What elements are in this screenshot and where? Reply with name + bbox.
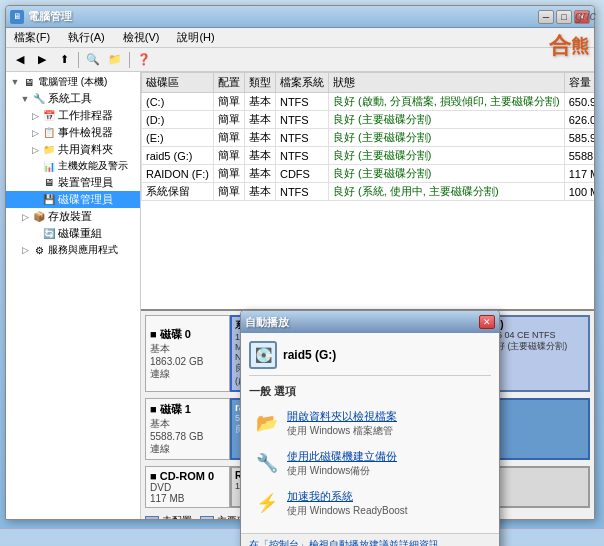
forward-button[interactable]: ▶ (32, 50, 52, 70)
cell-type: 基本 (244, 129, 275, 147)
col-header-type[interactable]: 類型 (244, 73, 275, 93)
dialog-opt-main-1: 開啟資料夾以檢視檔案 (287, 409, 487, 424)
dialog-option-3[interactable]: ⚡ 加速我的系統 使用 Windows ReadyBoost (249, 485, 491, 522)
table-row[interactable]: raid5 (G:) 簡單 基本 NTFS 良好 (主要磁碟分割) 5588.7… (142, 147, 595, 165)
cell-fs: NTFS (275, 129, 328, 147)
computer-icon: 🖥 (22, 75, 36, 89)
window-icon: 🖥 (10, 10, 24, 24)
search-button[interactable]: 🔍 (83, 50, 103, 70)
dialog-section-title: 一般 選項 (249, 384, 491, 399)
folder-open-icon: 📂 (253, 409, 281, 437)
sidebar-item-storage[interactable]: ▷ 📦 存放裝置 (6, 208, 140, 225)
toolbar-separator-2 (129, 52, 130, 68)
dialog-opt-text-1: 開啟資料夾以檢視檔案 使用 Windows 檔案總管 (287, 409, 487, 438)
dialog-opt-sub-1: 使用 Windows 檔案總管 (287, 424, 487, 438)
help-button[interactable]: ❓ (134, 50, 154, 70)
disk-label-1: ■ 磁碟 1 基本 5588.78 GB 連線 (145, 398, 230, 460)
back-button[interactable]: ◀ (10, 50, 30, 70)
table-row[interactable]: 系統保留 簡單 基本 NTFS 良好 (系統, 使用中, 主要磁碟分割) 100… (142, 183, 595, 201)
dialog-opt-text-3: 加速我的系統 使用 Windows ReadyBoost (287, 489, 487, 518)
sidebar-item-system-tools[interactable]: ▼ 🔧 系統工具 (6, 90, 140, 107)
dialog-option-2[interactable]: 🔧 使用此磁碟機建立備份 使用 Windows備份 (249, 445, 491, 482)
cell-type: 基本 (244, 93, 275, 111)
sidebar-item-label: 存放裝置 (48, 209, 92, 224)
partition-sub: 585 04 CE NTFS (487, 330, 585, 340)
dialog-option-1[interactable]: 📂 開啟資料夾以檢視檔案 使用 Windows 檔案總管 (249, 405, 491, 442)
legend-color-1 (145, 516, 159, 519)
disk1-status: 連線 (150, 442, 225, 456)
sidebar-item-label: 磁碟管理員 (58, 192, 113, 207)
table-row[interactable]: (E:) 簡單 基本 NTFS 良好 (主要磁碟分割) 585.94 GB 54… (142, 129, 595, 147)
expand-icon (30, 161, 40, 171)
cdrom-title: ■ CD-ROM 0 (150, 470, 225, 482)
sidebar-item-label: 共用資料夾 (58, 142, 113, 157)
menu-view[interactable]: 檢視(V) (119, 28, 164, 47)
defrag-icon: 🔄 (42, 227, 56, 241)
legend-color-2 (200, 516, 214, 519)
sidebar-item-device-manager[interactable]: 🖥 裝置管理員 (6, 174, 140, 191)
col-header-capacity[interactable]: 容量 (564, 73, 594, 93)
sidebar-item-services[interactable]: ▷ ⚙ 服務與應用程式 (6, 242, 140, 258)
table-row[interactable]: RAIDON (F:) 簡單 基本 CDFS 良好 (主要磁碟分割) 117 M… (142, 165, 595, 183)
folder-button[interactable]: 📁 (105, 50, 125, 70)
sidebar-item-defrag[interactable]: 🔄 磁碟重組 (6, 225, 140, 242)
cell-type: 基本 (244, 147, 275, 165)
cell-layout: 簡單 (213, 147, 244, 165)
title-bar: 🖥 電腦管理 ─ □ ✕ (6, 6, 594, 28)
sidebar: ▼ 🖥 電腦管理 (本機) ▼ 🔧 系統工具 ▷ 📅 工作排程器 ▷ 📋 事件檢… (6, 72, 141, 519)
cell-status: 良好 (啟動, 分頁檔案, 損毀傾印, 主要磁碟分割) (328, 93, 564, 111)
menu-help[interactable]: 說明(H) (173, 28, 218, 47)
dialog-title-bar: 自動播放 ✕ (241, 311, 499, 333)
col-header-volume[interactable]: 磁碟區 (142, 73, 214, 93)
legend-label-1: 未配置 (162, 514, 192, 519)
cell-capacity: 100 MB (564, 183, 594, 201)
cell-status: 良好 (主要磁碟分割) (328, 165, 564, 183)
backup-icon: 🔧 (253, 449, 281, 477)
sidebar-item-performance[interactable]: 📊 主機效能及警示 (6, 158, 140, 174)
disk0-type: 基本 (150, 342, 225, 356)
dialog-drive-label: raid5 (G:) (283, 348, 336, 362)
sidebar-item-scheduler[interactable]: ▷ 📅 工作排程器 (6, 107, 140, 124)
sidebar-item-disk-management[interactable]: 💾 磁碟管理員 (6, 191, 140, 208)
menu-action[interactable]: 執行(A) (64, 28, 109, 47)
disk0-status: 連線 (150, 367, 225, 381)
disk-table-area: 磁碟區 配置 類型 檔案系統 狀態 容量 可用空 (C:) 簡單 (141, 72, 594, 309)
sidebar-item-computer-management[interactable]: ▼ 🖥 電腦管理 (本機) (6, 74, 140, 90)
expand-icon: ▷ (20, 212, 30, 222)
expand-icon: ▷ (30, 145, 40, 155)
col-header-layout[interactable]: 配置 (213, 73, 244, 93)
toolbar-separator-1 (78, 52, 79, 68)
col-header-status[interactable]: 狀態 (328, 73, 564, 93)
watermark-text: gric (575, 8, 596, 23)
col-header-fs[interactable]: 檔案系統 (275, 73, 328, 93)
sidebar-item-label: 服務與應用程式 (48, 243, 118, 257)
dialog-opt-main-2: 使用此磁碟機建立備份 (287, 449, 487, 464)
cell-layout: 簡單 (213, 93, 244, 111)
toolbar: ◀ ▶ ⬆ 🔍 📁 ❓ (6, 48, 594, 72)
menu-bar: 檔案(F) 執行(A) 檢視(V) 說明(H) (6, 28, 594, 48)
sidebar-item-label: 電腦管理 (本機) (38, 75, 107, 89)
cell-volume: 系統保留 (142, 183, 214, 201)
table-row[interactable]: (C:) 簡單 基本 NTFS 良好 (啟動, 分頁檔案, 損毀傾印, 主要磁碟… (142, 93, 595, 111)
cell-status: 良好 (系統, 使用中, 主要磁碟分割) (328, 183, 564, 201)
folder-icon: 📁 (42, 143, 56, 157)
tools-icon: 🔧 (32, 92, 46, 106)
expand-icon: ▼ (20, 94, 30, 104)
up-button[interactable]: ⬆ (54, 50, 74, 70)
sidebar-item-shared-folders[interactable]: ▷ 📁 共用資料夾 (6, 141, 140, 158)
cell-type: 基本 (244, 183, 275, 201)
cell-capacity: 650.94 GB (564, 93, 594, 111)
expand-icon: ▷ (30, 111, 40, 121)
menu-file[interactable]: 檔案(F) (10, 28, 54, 47)
drive-icon: 💽 (249, 341, 277, 369)
sidebar-item-label: 磁碟重組 (58, 226, 102, 241)
cell-capacity: 117 MB (564, 165, 594, 183)
expand-icon: ▼ (10, 77, 20, 87)
sidebar-item-label: 主機效能及警示 (58, 159, 128, 173)
dialog-footer-link[interactable]: 在「控制台」檢視自動播放建議並詳細資訊 (241, 533, 499, 546)
dialog-close-button[interactable]: ✕ (479, 315, 495, 329)
sidebar-item-event-viewer[interactable]: ▷ 📋 事件檢視器 (6, 124, 140, 141)
cdrom-size: 117 MB (150, 493, 225, 504)
table-row[interactable]: (D:) 簡單 基本 NTFS 良好 (主要磁碟分割) 626.04 GB 20… (142, 111, 595, 129)
scheduler-icon: 📅 (42, 109, 56, 123)
